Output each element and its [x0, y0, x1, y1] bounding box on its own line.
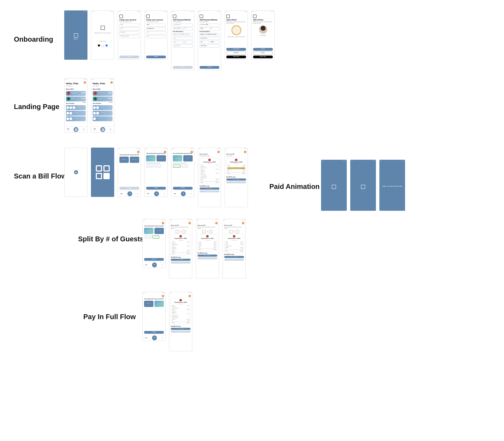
avatar[interactable]	[188, 222, 191, 224]
state-field[interactable]: State	[173, 41, 183, 44]
applepay-button[interactable]: Pay — Apple Pay	[171, 259, 191, 261]
tab-scan[interactable]	[100, 127, 105, 132]
country-field[interactable]: United States	[173, 44, 193, 48]
guest-minus[interactable]: –	[202, 230, 206, 233]
card-button[interactable]: Visa •••• 4242	[226, 181, 246, 183]
split-evenly-button[interactable]: Split Evenly	[144, 228, 153, 234]
guest-plus[interactable]: +	[209, 230, 212, 233]
line-item[interactable]: 1 Bowl	[227, 165, 230, 166]
back-button[interactable]: ‹	[200, 152, 219, 153]
applepay-button[interactable]: Pay — Apple Pay	[200, 188, 219, 190]
city-field[interactable]: City	[173, 37, 193, 40]
tab-profile[interactable]: ⚙	[162, 338, 163, 339]
group-card[interactable]: Roommates	[93, 105, 112, 110]
continue-button[interactable]: Continue	[146, 187, 166, 190]
avatar[interactable]	[191, 151, 193, 153]
pay-full-button[interactable]: Pay In Full	[154, 301, 164, 307]
pay-full-button[interactable]: Pay In Full	[154, 228, 164, 234]
cvc-field[interactable]: •••	[210, 27, 220, 31]
tab-profile[interactable]: ⚙Profile	[109, 128, 112, 131]
city-field[interactable]: San Francisco	[200, 37, 219, 40]
tab-scan[interactable]	[74, 127, 78, 132]
avatar[interactable]	[162, 295, 164, 297]
country-field[interactable]: United States	[200, 44, 219, 48]
avatar[interactable]	[137, 151, 140, 153]
choose-photo-button[interactable]: Choose Photo	[226, 48, 246, 51]
tab-groups[interactable]: ⚉⚉	[147, 193, 149, 194]
avatar[interactable]	[244, 151, 246, 153]
tab-scan[interactable]: ▣	[181, 191, 186, 196]
cardnumber-field[interactable]: •••• •••• •••• 4242	[200, 24, 219, 27]
confirm-field[interactable]: ••••••	[146, 35, 166, 38]
cardnumber-field[interactable]: Card Number	[173, 24, 193, 27]
back-button[interactable]: ‹	[224, 223, 244, 224]
chip-split-item[interactable]: Split by item	[152, 235, 159, 239]
tab-scan[interactable]: ▣	[127, 191, 132, 196]
card-button[interactable]: Visa •••• 4242	[171, 261, 191, 264]
continue-button[interactable]: Continue	[144, 258, 164, 261]
tab-profile[interactable]: ⚙	[164, 193, 165, 194]
password-field[interactable]: Password	[119, 31, 139, 34]
continue-button[interactable]: Continue	[144, 331, 164, 334]
chip-split-item[interactable]: Split by item	[154, 165, 161, 168]
continue-button[interactable]: Scanning	[119, 187, 139, 190]
line-item[interactable]: 1 Plate	[227, 166, 230, 167]
applepay-button[interactable]: Pay — Apple Pay	[171, 328, 191, 330]
card-button[interactable]: Visa •••• 4242	[171, 331, 191, 333]
scan-icon[interactable]: ▣	[74, 170, 78, 174]
tab-groups[interactable]: ⚉⚉Groups	[67, 128, 69, 131]
guest-plus[interactable]: +	[236, 230, 239, 233]
zip-field[interactable]: 94103	[210, 41, 220, 44]
applepay-button[interactable]: Pay — Apple Pay	[224, 256, 244, 258]
avatar[interactable]	[215, 222, 218, 224]
continue-button[interactable]: Continue	[173, 66, 193, 69]
avatar[interactable]	[110, 81, 113, 84]
avatar[interactable]	[242, 222, 244, 224]
card-button[interactable]: Visa •••• 4242	[198, 257, 217, 259]
tab-groups[interactable]: ⚉⚉	[174, 193, 176, 194]
tab-scan[interactable]: ▣	[152, 335, 157, 340]
back-button[interactable]: ‹	[171, 296, 191, 297]
continue-button[interactable]: Continue	[119, 56, 139, 58]
apple-icon[interactable]	[98, 44, 100, 47]
confirm-field[interactable]: Confirm Password	[119, 35, 139, 38]
split-evenly-button[interactable]: Split Evenly	[119, 157, 129, 163]
continue-button[interactable]: Continue	[173, 187, 193, 190]
name-field[interactable]: Pete	[146, 24, 166, 27]
tab-groups[interactable]: ⚉⚉Groups	[93, 128, 96, 131]
guest-minus[interactable]: –	[176, 230, 179, 233]
state-field[interactable]: CA	[200, 41, 209, 44]
group-card[interactable]: Weekend Trip	[93, 111, 112, 116]
avatar[interactable]	[188, 295, 191, 297]
card-button[interactable]: Visa •••• 4242	[224, 259, 244, 261]
selected-item-highlight[interactable]: 1 Bowl — tap items you ordered	[227, 167, 245, 169]
tab-scan[interactable]: ▣	[152, 263, 157, 267]
group-card[interactable]: Weekend Trip	[66, 111, 86, 116]
applepay-button[interactable]: Pay — Apple Pay	[226, 178, 246, 181]
skip-photo-button[interactable]: Skip Photo	[226, 51, 246, 55]
chip-split-item[interactable]: Split by item	[181, 165, 188, 168]
group-card[interactable]: Roommates	[66, 105, 86, 110]
back-button[interactable]: ‹	[198, 223, 217, 224]
applepay-button[interactable]: Pay — Apple Pay	[198, 255, 217, 257]
continue-button[interactable]: Continue	[200, 66, 219, 69]
avatar[interactable]	[84, 81, 86, 84]
guest-plus[interactable]: +	[182, 230, 186, 233]
split-evenly-button[interactable]: Split Evenly	[173, 155, 182, 161]
name-field[interactable]: Name	[119, 24, 139, 27]
avatar[interactable]	[164, 151, 166, 153]
zip-field[interactable]: Zip	[183, 41, 193, 44]
continue-button[interactable]: Continue	[146, 56, 166, 58]
back-button[interactable]: ‹	[226, 152, 246, 153]
pay-full-button[interactable]: Pay In Full	[183, 155, 193, 161]
see-all-link[interactable]: See All	[83, 102, 86, 105]
address-field[interactable]: Address, e.g. 123 Market St, Apt 4	[173, 33, 193, 36]
expiry-field[interactable]: 09/27	[200, 27, 209, 31]
password-field[interactable]: ••••••	[146, 31, 166, 34]
continue-button[interactable]: Continue	[253, 48, 273, 51]
group-card[interactable]: Work Lunch	[93, 116, 112, 121]
tab-profile[interactable]: ⚙	[137, 193, 138, 194]
split-evenly-button[interactable]: Split Evenly	[144, 301, 153, 307]
google-icon[interactable]	[101, 44, 104, 47]
guest-minus[interactable]: –	[229, 230, 233, 233]
